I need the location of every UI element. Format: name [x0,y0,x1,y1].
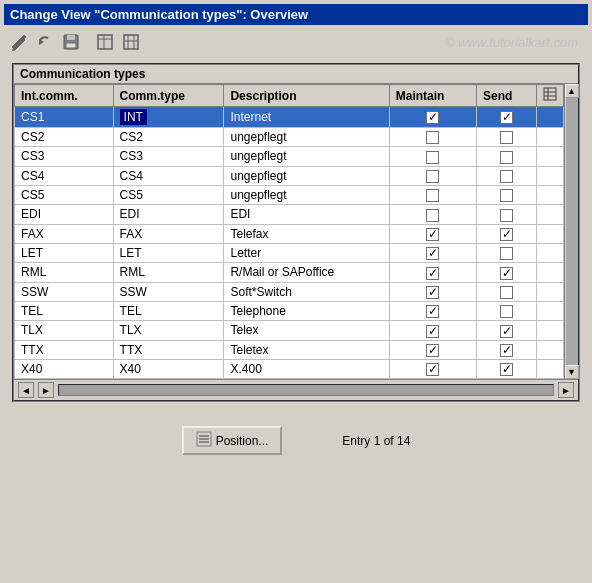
cell-send[interactable] [477,243,537,262]
send-checkbox[interactable] [500,111,513,124]
svg-rect-5 [98,35,112,49]
col-header-settings[interactable] [537,85,564,107]
position-btn-icon [196,431,212,450]
maintain-checkbox[interactable] [426,247,439,260]
maintain-checkbox[interactable] [426,228,439,241]
col-header-send[interactable]: Send [477,85,537,107]
scroll-left-btn[interactable]: ◄ [18,382,34,398]
cell-maintain[interactable] [389,185,476,204]
cell-maintain[interactable] [389,147,476,166]
cell-maintain[interactable] [389,224,476,243]
send-checkbox[interactable] [500,189,513,202]
maintain-checkbox[interactable] [426,267,439,280]
scroll-up-btn[interactable]: ▲ [565,84,579,98]
cell-send[interactable] [477,263,537,282]
cell-send[interactable] [477,340,537,359]
col-header-maintain[interactable]: Maintain [389,85,476,107]
table-row[interactable]: LETLETLetter [15,243,564,262]
table-settings-icon[interactable] [94,31,116,53]
cell-comm-type: TEL [113,301,224,320]
cell-send[interactable] [477,185,537,204]
maintain-checkbox[interactable] [426,111,439,124]
col-header-comm-type[interactable]: Comm.type [113,85,224,107]
maintain-checkbox[interactable] [426,363,439,376]
cell-maintain[interactable] [389,263,476,282]
table-row[interactable]: CS5CS5ungepflegt [15,185,564,204]
send-checkbox[interactable] [500,247,513,260]
table-row[interactable]: SSWSSWSoft*Switch [15,282,564,301]
send-checkbox[interactable] [500,344,513,357]
cell-int-comm: RML [15,263,114,282]
maintain-checkbox[interactable] [426,209,439,222]
cell-comm-type: LET [113,243,224,262]
send-checkbox[interactable] [500,151,513,164]
table-row[interactable]: RMLRMLR/Mail or SAPoffice [15,263,564,282]
col-header-int-comm[interactable]: Int.comm. [15,85,114,107]
table-row[interactable]: CS2CS2ungepflegt [15,128,564,147]
table-row[interactable]: X40X40X.400 [15,359,564,378]
table-row[interactable]: TLXTLXTelex [15,321,564,340]
cell-maintain[interactable] [389,321,476,340]
cell-send[interactable] [477,224,537,243]
table-scroll-content: Int.comm. Comm.type Description Maintain… [14,84,564,379]
cell-maintain[interactable] [389,107,476,128]
cell-send[interactable] [477,128,537,147]
cell-maintain[interactable] [389,128,476,147]
cell-maintain[interactable] [389,166,476,185]
scroll-down-btn[interactable]: ▼ [565,365,579,379]
scroll-track[interactable] [566,98,578,365]
cell-send[interactable] [477,301,537,320]
cell-description: Teletex [224,340,389,359]
cell-send[interactable] [477,147,537,166]
send-checkbox[interactable] [500,305,513,318]
send-checkbox[interactable] [500,325,513,338]
maintain-checkbox[interactable] [426,151,439,164]
cell-send[interactable] [477,166,537,185]
maintain-checkbox[interactable] [426,305,439,318]
cell-send[interactable] [477,107,537,128]
h-scroll-track[interactable] [58,384,554,396]
send-checkbox[interactable] [500,131,513,144]
table-row[interactable]: TELTELTelephone [15,301,564,320]
scroll-right-end-btn[interactable]: ► [558,382,574,398]
position-btn-label: Position... [216,434,269,448]
svg-rect-12 [544,88,556,100]
vertical-scrollbar[interactable]: ▲ ▼ [564,84,578,379]
cell-maintain[interactable] [389,205,476,224]
maintain-checkbox[interactable] [426,189,439,202]
maintain-checkbox[interactable] [426,131,439,144]
cell-maintain[interactable] [389,340,476,359]
edit-icon[interactable] [8,31,30,53]
table-row[interactable]: EDIEDIEDI [15,205,564,224]
table-row[interactable]: TTXTTXTeletex [15,340,564,359]
save-icon[interactable] [60,31,82,53]
cell-send[interactable] [477,282,537,301]
table-row[interactable]: CS1INTInternet [15,107,564,128]
maintain-checkbox[interactable] [426,286,439,299]
send-checkbox[interactable] [500,209,513,222]
cell-send[interactable] [477,321,537,340]
cell-maintain[interactable] [389,243,476,262]
send-checkbox[interactable] [500,363,513,376]
col-header-description[interactable]: Description [224,85,389,107]
undo-icon[interactable] [34,31,56,53]
table-row[interactable]: FAXFAXTelefax [15,224,564,243]
scroll-right-btn[interactable]: ► [38,382,54,398]
maintain-checkbox[interactable] [426,325,439,338]
send-checkbox[interactable] [500,267,513,280]
column-settings-icon[interactable] [120,31,142,53]
send-checkbox[interactable] [500,170,513,183]
cell-maintain[interactable] [389,301,476,320]
cell-send[interactable] [477,205,537,224]
position-button[interactable]: Position... [182,426,283,455]
cell-maintain[interactable] [389,359,476,378]
send-checkbox[interactable] [500,228,513,241]
watermark: © www.tutorialkart.com [445,35,578,50]
cell-maintain[interactable] [389,282,476,301]
send-checkbox[interactable] [500,286,513,299]
table-row[interactable]: CS4CS4ungepflegt [15,166,564,185]
table-row[interactable]: CS3CS3ungepflegt [15,147,564,166]
cell-send[interactable] [477,359,537,378]
maintain-checkbox[interactable] [426,170,439,183]
maintain-checkbox[interactable] [426,344,439,357]
